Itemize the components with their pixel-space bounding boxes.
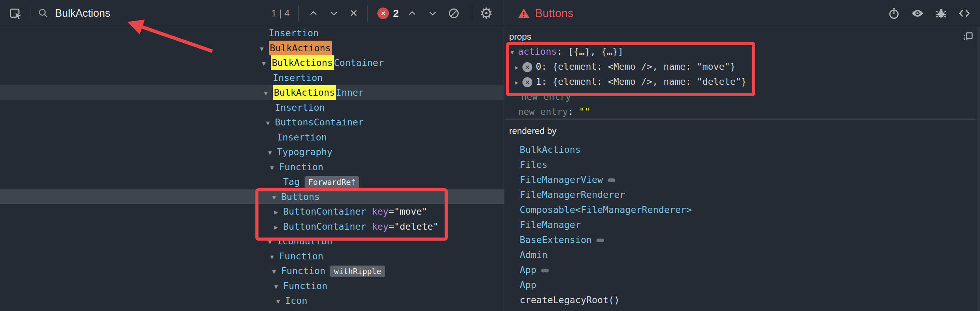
tree-row[interactable]: Insertion bbox=[0, 70, 504, 85]
expander-down-icon[interactable]: ▾ bbox=[262, 56, 271, 71]
owner-row[interactable]: App bbox=[505, 263, 980, 278]
owner-name: Composable<FileManagerRenderer> bbox=[520, 204, 692, 215]
owner-row[interactable]: App bbox=[505, 278, 980, 293]
owner-row[interactable]: react-dom@17.0.2 bbox=[505, 308, 980, 311]
tree-toolbar: BulkActions 1 | 4 ✕ ✕ 2 bbox=[0, 0, 504, 27]
owner-row[interactable]: FileManager bbox=[505, 217, 980, 233]
prop-row[interactable]: new entry bbox=[505, 89, 980, 104]
prop-row[interactable]: new entry: "" bbox=[505, 104, 980, 119]
next-result-button[interactable] bbox=[328, 8, 340, 19]
bug-icon bbox=[934, 6, 948, 20]
owner-row[interactable]: BaseExtension bbox=[505, 233, 980, 247]
inspect-dom-button[interactable] bbox=[910, 6, 925, 21]
ban-icon bbox=[447, 7, 460, 20]
tree-row[interactable]: ▾IconButton bbox=[0, 234, 504, 249]
expander-right-icon[interactable]: ▸ bbox=[274, 205, 283, 220]
tree-row[interactable]: Insertion bbox=[0, 26, 504, 41]
expander-down-icon[interactable]: ▾ bbox=[272, 264, 281, 279]
tree-row[interactable]: ▸ButtonContainer key="move" bbox=[0, 204, 504, 219]
scrollbar-track[interactable] bbox=[977, 27, 980, 311]
delete-entry-icon[interactable]: ✕ bbox=[522, 62, 532, 72]
tree-row[interactable]: ▸ButtonContainer key="delete" bbox=[0, 219, 504, 234]
tree-node-text bbox=[366, 221, 372, 232]
clear-search-button[interactable]: ✕ bbox=[349, 8, 358, 18]
tree-row[interactable]: ▾BulkActionsInner bbox=[0, 85, 504, 100]
tree-row[interactable]: ▾ButtonsContainer bbox=[0, 115, 504, 130]
owner-name: App bbox=[520, 279, 536, 290]
owner-name: FileManagerRenderer bbox=[520, 189, 625, 200]
tree-node-text: ButtonsContainer bbox=[275, 117, 364, 128]
owner-row[interactable]: createLegacyRoot() bbox=[505, 293, 980, 308]
owner-row[interactable]: FileManagerRenderer bbox=[505, 187, 980, 202]
prop-row[interactable]: ▸✕0: {element: <Memo />, name: "move"} bbox=[505, 59, 980, 74]
previous-result-button[interactable] bbox=[308, 8, 319, 19]
rendered-by-list: BulkActionsFilesFileManagerViewFileManag… bbox=[505, 142, 980, 311]
tree-row[interactable]: Insertion bbox=[0, 130, 504, 145]
inspect-element-button[interactable] bbox=[8, 6, 22, 21]
expander-down-icon[interactable]: ▾ bbox=[260, 41, 269, 56]
expander-down-icon[interactable]: ▾ bbox=[268, 234, 277, 249]
memo-pill-icon bbox=[608, 179, 615, 182]
props-label: props bbox=[509, 32, 531, 42]
settings-button[interactable]: ⚙ bbox=[480, 6, 493, 21]
owner-row[interactable]: Files bbox=[505, 157, 980, 172]
suspend-toggle-button[interactable] bbox=[887, 6, 901, 20]
props-section-header: props bbox=[505, 27, 980, 44]
owner-row[interactable]: FileManagerView bbox=[505, 172, 980, 187]
expander-down-icon[interactable]: ▾ bbox=[264, 86, 273, 101]
expander-right-icon[interactable]: ▸ bbox=[515, 75, 522, 90]
tree-row[interactable]: ▾Function bbox=[0, 159, 504, 175]
tree-row[interactable]: ▾Buttons bbox=[0, 189, 504, 204]
tree-row[interactable]: Insertion bbox=[0, 100, 504, 115]
prop-text: : bbox=[568, 106, 579, 117]
tree-row[interactable]: ▾BulkActionsContainer bbox=[0, 55, 504, 70]
tree-row[interactable]: ▾Icon bbox=[0, 293, 504, 308]
expander-down-icon[interactable]: ▾ bbox=[276, 294, 285, 309]
owner-name: BaseExtension bbox=[520, 234, 592, 245]
log-to-console-button[interactable] bbox=[934, 6, 948, 20]
owner-row[interactable]: Admin bbox=[505, 247, 980, 263]
tree-row[interactable]: ▾Function bbox=[0, 249, 504, 264]
memo-pill-icon bbox=[541, 269, 549, 273]
expander-down-icon[interactable]: ▾ bbox=[270, 249, 279, 265]
copy-icon bbox=[962, 31, 974, 43]
prop-text: 0 bbox=[536, 61, 541, 72]
tree-row[interactable]: ▾Function bbox=[0, 279, 504, 293]
prop-text: actions bbox=[518, 46, 557, 57]
view-source-button[interactable] bbox=[958, 6, 971, 20]
prop-row[interactable]: ▾actions: [{…}, {…}] bbox=[505, 44, 980, 59]
tree-node-text: Insertion bbox=[273, 72, 323, 83]
expander-down-icon[interactable]: ▾ bbox=[274, 279, 283, 294]
tree-node-text: ButtonContainer bbox=[283, 221, 366, 232]
prop-text: "" bbox=[579, 106, 590, 117]
search-icon bbox=[37, 7, 49, 19]
expander-down-icon[interactable]: ▾ bbox=[272, 190, 281, 205]
expander-right-icon[interactable]: ▸ bbox=[274, 220, 283, 235]
tree-node-text: ButtonContainer bbox=[283, 206, 366, 217]
chevron-up-icon bbox=[406, 8, 418, 19]
prop-text: [{…}, {…}] bbox=[568, 46, 624, 57]
owner-name: Admin bbox=[520, 249, 547, 260]
suppress-errors-button[interactable] bbox=[447, 7, 460, 20]
hoc-badge: withRipple bbox=[330, 266, 385, 277]
expander-down-icon[interactable]: ▾ bbox=[511, 45, 518, 60]
delete-entry-icon[interactable]: ✕ bbox=[522, 77, 532, 87]
prop-row[interactable]: ▸✕1: {element: <Memo />, name: "delete"} bbox=[505, 74, 980, 89]
expander-down-icon[interactable]: ▾ bbox=[270, 160, 279, 175]
tree-row[interactable]: TagForwardRef bbox=[0, 174, 504, 189]
next-error-button[interactable] bbox=[427, 8, 438, 19]
tree-row[interactable]: ▾Typography bbox=[0, 145, 504, 159]
owner-row[interactable]: BulkActions bbox=[505, 142, 980, 157]
expander-down-icon[interactable]: ▾ bbox=[266, 115, 275, 131]
expander-right-icon[interactable]: ▸ bbox=[515, 60, 522, 75]
tree-node-text: = bbox=[388, 221, 394, 232]
copy-props-button[interactable] bbox=[962, 31, 974, 43]
search-input[interactable]: BulkActions bbox=[55, 7, 271, 19]
owner-row[interactable]: Composable<FileManagerRenderer> bbox=[505, 202, 980, 217]
expander-down-icon[interactable]: ▾ bbox=[268, 145, 277, 160]
rendered-by-section-header: rendered by bbox=[505, 120, 980, 142]
previous-error-button[interactable] bbox=[406, 8, 418, 19]
warning-triangle-icon bbox=[517, 7, 530, 20]
tree-row[interactable]: ▾FunctionwithRipple bbox=[0, 263, 504, 279]
tree-row[interactable]: ▾BulkActions bbox=[0, 41, 504, 56]
